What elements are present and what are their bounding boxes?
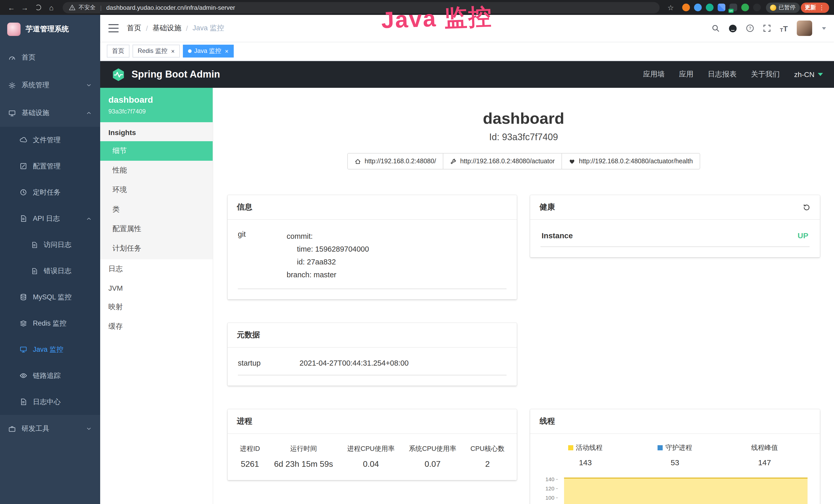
menu-item-caches[interactable]: 缓存 (100, 317, 213, 336)
sidebar-item-log-center[interactable]: 日志中心 (0, 389, 100, 415)
sidebar-item-home[interactable]: 首页 (0, 44, 100, 71)
sba-nav-about[interactable]: 关于我们 (751, 70, 780, 79)
instance-links: http://192.168.0.2:48080/ http://192.168… (227, 153, 820, 169)
chrome-update-button[interactable]: 更新 ⋮ (800, 2, 829, 13)
tab-java-monitor[interactable]: Java 监控 × (183, 45, 234, 58)
active-dot-icon (188, 49, 192, 53)
sidebar-item-access-log[interactable]: 访问日志 (0, 232, 100, 258)
browser-menu-icon[interactable]: ⋮ (818, 4, 825, 11)
startup-value: 2021-04-27T00:44:31.254+08:00 (300, 359, 409, 367)
menu-item-jvm[interactable]: JVM (100, 279, 213, 297)
sidebar-item-devtools[interactable]: 研发工具 (0, 415, 100, 443)
forward-icon[interactable]: → (19, 2, 31, 13)
main-column: 首页 / 基础设施 / Java 监控 ? (100, 15, 834, 504)
fullscreen-icon[interactable] (763, 24, 771, 32)
extension-leaf-icon[interactable] (741, 4, 749, 11)
menu-item-mappings[interactable]: 映射 (100, 297, 213, 317)
sidebar-item-redis[interactable]: Redis 监控 (0, 310, 100, 336)
document-icon (31, 241, 38, 248)
sba-logo-icon (111, 68, 125, 82)
sidebar-item-file[interactable]: 文件管理 (0, 127, 100, 153)
update-label: 更新 (805, 4, 816, 11)
sidebar-item-system[interactable]: 系统管理 (0, 71, 100, 99)
instance-header[interactable]: dashboard 93a3fc7f7409 (100, 88, 213, 122)
git-value: commit: time: 1596289704000 id: 27aa832 … (287, 230, 369, 281)
health-url-link[interactable]: http://192.168.0.2:48080/actuator/health (562, 153, 700, 169)
chevron-up-icon (86, 215, 92, 222)
menu-group-insights: Insights 细节 性能 环境 类 配置属性 计划任务 (100, 122, 213, 259)
heart-icon (569, 158, 575, 165)
health-card: 健康 Instance UP (530, 195, 820, 257)
back-icon[interactable]: ← (5, 2, 18, 13)
breadcrumb-separator: / (146, 24, 148, 32)
bookmark-star-icon[interactable]: ☆ (664, 2, 677, 13)
sidebar-item-java[interactable]: Java 监控 (0, 336, 100, 363)
health-card-title: 健康 (540, 202, 555, 212)
home-icon (354, 158, 361, 165)
url-text[interactable]: dashboard.yudao.iocoder.cn/infra/admin-s… (106, 4, 235, 11)
github-icon[interactable] (728, 24, 737, 32)
sidebar-item-api-log[interactable]: API 日志 (0, 205, 100, 232)
tab-redis-monitor[interactable]: Redis 监控 × (133, 45, 180, 58)
stack-icon (20, 319, 27, 327)
actuator-url-link[interactable]: http://192.168.0.2:48080/actuator (443, 153, 562, 169)
sba-locale-select[interactable]: zh-CN (794, 70, 823, 78)
breadcrumb: 首页 / 基础设施 / Java 监控 (127, 24, 224, 33)
history-icon[interactable] (802, 203, 810, 211)
sba-nav-applications[interactable]: 应用 (679, 70, 694, 79)
document-icon (31, 267, 38, 274)
extension-blue-drop-icon[interactable] (694, 4, 701, 11)
sba-nav-wallboard[interactable]: 应用墙 (643, 70, 665, 79)
extension-proxy-icon[interactable]: on (729, 4, 737, 11)
app-logo[interactable]: 芋道管理系统 (0, 15, 100, 44)
breadcrumb-home[interactable]: 首页 (127, 24, 141, 33)
close-icon[interactable]: × (225, 48, 228, 54)
extension-dark-icon[interactable] (753, 4, 761, 11)
address-bar[interactable]: 不安全 | dashboard.yudao.iocoder.cn/infra/a… (63, 2, 659, 13)
font-size-icon[interactable]: TT (780, 24, 788, 32)
menu-item-scheduled-tasks[interactable]: 计划任务 (100, 239, 213, 258)
menu-item-classes[interactable]: 类 (100, 200, 213, 219)
home-icon[interactable]: ⌂ (45, 2, 58, 13)
sidebar-item-config[interactable]: 配置管理 (0, 153, 100, 179)
close-icon[interactable]: × (171, 48, 175, 54)
sidebar-item-error-log[interactable]: 错误日志 (0, 258, 100, 284)
menu-item-config-props[interactable]: 配置属性 (100, 219, 213, 239)
breadcrumb-infra[interactable]: 基础设施 (153, 24, 181, 33)
java-monitor-icon (20, 346, 27, 353)
process-stat: 进程ID 5261 (240, 444, 260, 469)
menu-item-metrics[interactable]: 性能 (100, 161, 213, 180)
menu-item-environment[interactable]: 环境 (100, 180, 213, 200)
tab-paused-badge[interactable]: 已暂停 (766, 2, 799, 13)
search-icon[interactable] (711, 24, 720, 32)
sidebar-item-mysql[interactable]: MySQL 监控 (0, 284, 100, 310)
extension-on-badge: on (728, 9, 733, 13)
sidebar-item-job[interactable]: 定时任务 (0, 179, 100, 205)
screen: ← → ⌂ 不安全 | dashboard.yudao.iocoder.cn/i… (0, 0, 834, 504)
extension-orange-icon[interactable] (682, 4, 690, 11)
extensions-row: on (682, 4, 761, 11)
cloud-icon (20, 136, 27, 144)
extension-grid-icon[interactable] (717, 4, 725, 11)
sidebar-submenu-infra: 文件管理 配置管理 定时任务 API 日志 访问日志 (0, 127, 100, 415)
sba-nav-journal[interactable]: 日志报表 (708, 70, 737, 79)
process-card: 进程 进程ID 5261 运行时间 (227, 409, 517, 480)
sidebar-item-infra[interactable]: 基础设施 (0, 99, 100, 127)
refresh-icon[interactable] (32, 2, 44, 13)
help-icon[interactable]: ? (746, 24, 754, 32)
metadata-card: 元数据 startup 2021-04-27T00:44:31.254+08:0… (227, 323, 517, 386)
process-stat: 运行时间 6d 23h 15m 59s (274, 444, 333, 469)
clock-icon (20, 188, 27, 196)
extension-green-circle-icon[interactable] (706, 4, 713, 11)
sidebar-item-trace[interactable]: 链路追踪 (0, 363, 100, 389)
tab-home[interactable]: 首页 (107, 45, 129, 58)
chevron-down-icon (86, 426, 92, 432)
sba-brand[interactable]: Spring Boot Admin (132, 69, 220, 80)
avatar[interactable] (796, 21, 812, 36)
menu-item-logs[interactable]: 日志 (100, 259, 213, 279)
security-label[interactable]: 不安全 (79, 4, 95, 11)
caret-down-icon[interactable] (822, 27, 826, 29)
menu-item-details[interactable]: 细节 (100, 141, 213, 161)
hamburger-icon[interactable] (108, 24, 119, 32)
service-url-link[interactable]: http://192.168.0.2:48080/ (347, 153, 443, 169)
